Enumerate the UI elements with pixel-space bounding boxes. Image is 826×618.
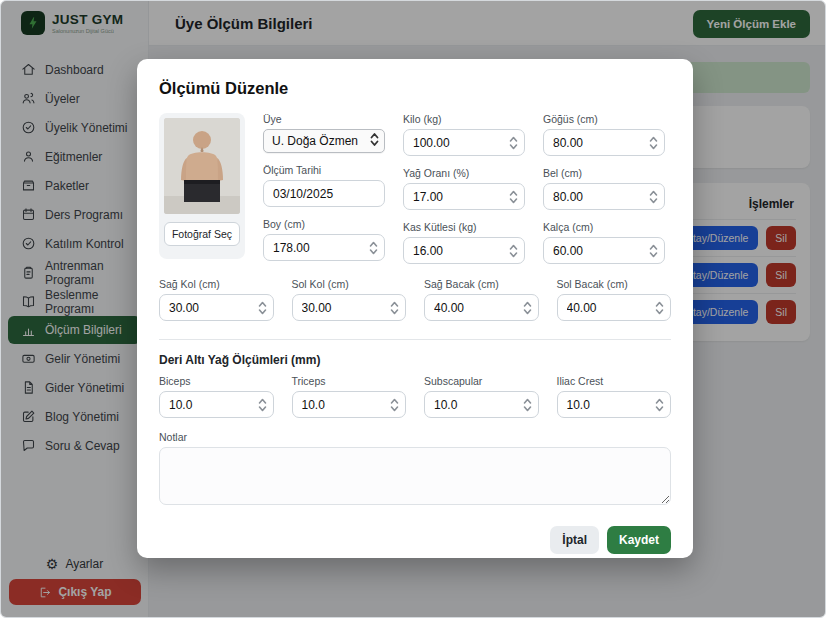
- biceps-skinfold-input[interactable]: [159, 391, 274, 418]
- right-leg-input[interactable]: [424, 294, 539, 321]
- field-label-gogus: Göğüs (cm): [543, 113, 665, 125]
- stepper-icon[interactable]: [523, 397, 532, 412]
- left-arm-input[interactable]: [292, 294, 407, 321]
- member-photo: [164, 118, 240, 214]
- select-arrows-icon: [370, 132, 379, 150]
- save-button[interactable]: Kaydet: [607, 526, 671, 554]
- stepper-icon[interactable]: [509, 243, 518, 258]
- stepper-icon[interactable]: [509, 189, 518, 204]
- photo-panel: Fotoğraf Seç: [159, 113, 245, 259]
- edit-measurement-modal: Ölçümü Düzenle Fotoğraf Seç: [137, 59, 693, 558]
- field-label-kilo: Kilo (kg): [403, 113, 525, 125]
- waist-input[interactable]: [543, 183, 665, 210]
- field-label-sol-bacak: Sol Bacak (cm): [557, 278, 672, 290]
- left-leg-input[interactable]: [557, 294, 672, 321]
- stepper-icon[interactable]: [258, 300, 267, 315]
- notes-label: Notlar: [159, 431, 671, 443]
- member-select[interactable]: U. Doğa Özmen: [263, 129, 385, 153]
- fat-ratio-input[interactable]: [403, 183, 525, 210]
- right-arm-input[interactable]: [159, 294, 274, 321]
- field-label-yag-orani: Yağ Oranı (%): [403, 167, 525, 179]
- app-window: JUST GYM Salonunuzun Dijital Gücü Dashbo…: [0, 0, 826, 618]
- muscle-mass-input[interactable]: [403, 237, 525, 264]
- field-label-olcum-tarihi: Ölçüm Tarihi: [263, 164, 385, 176]
- field-label-kalca: Kalça (cm): [543, 221, 665, 233]
- stepper-icon[interactable]: [258, 397, 267, 412]
- skinfold-section-label: Deri Altı Yağ Ölçümleri (mm): [159, 353, 671, 367]
- notes-textarea[interactable]: [159, 447, 671, 505]
- field-label-uye: Üye: [263, 113, 385, 125]
- stepper-icon[interactable]: [649, 135, 658, 150]
- field-label-triceps: Triceps: [292, 375, 407, 387]
- hip-input[interactable]: [543, 237, 665, 264]
- field-label-sol-kol: Sol Kol (cm): [292, 278, 407, 290]
- cancel-button[interactable]: İptal: [550, 526, 599, 554]
- stepper-icon[interactable]: [655, 300, 664, 315]
- section-divider: [159, 339, 671, 340]
- iliac-crest-skinfold-input[interactable]: [557, 391, 672, 418]
- triceps-skinfold-input[interactable]: [292, 391, 407, 418]
- field-label-kas-kutlesi: Kas Kütlesi (kg): [403, 221, 525, 233]
- field-label-sag-kol: Sağ Kol (cm): [159, 278, 274, 290]
- member-select-value: U. Doğa Özmen: [272, 134, 358, 148]
- field-label-bel: Bel (cm): [543, 167, 665, 179]
- subscapular-skinfold-input[interactable]: [424, 391, 539, 418]
- stepper-icon[interactable]: [509, 135, 518, 150]
- field-label-sag-bacak: Sağ Bacak (cm): [424, 278, 539, 290]
- modal-title: Ölçümü Düzenle: [159, 79, 671, 98]
- field-label-biceps: Biceps: [159, 375, 274, 387]
- field-label-subscapular: Subscapular: [424, 375, 539, 387]
- stepper-icon[interactable]: [390, 300, 399, 315]
- stepper-icon[interactable]: [369, 240, 378, 255]
- stepper-icon[interactable]: [649, 189, 658, 204]
- stepper-icon[interactable]: [649, 243, 658, 258]
- field-label-iliac-crest: Iliac Crest: [557, 375, 672, 387]
- stepper-icon[interactable]: [390, 397, 399, 412]
- stepper-icon[interactable]: [523, 300, 532, 315]
- weight-input[interactable]: [403, 129, 525, 156]
- height-input[interactable]: [263, 234, 385, 261]
- measurement-date-input[interactable]: [263, 180, 385, 207]
- chest-input[interactable]: [543, 129, 665, 156]
- stepper-icon[interactable]: [655, 397, 664, 412]
- field-label-boy: Boy (cm): [263, 218, 385, 230]
- choose-photo-button[interactable]: Fotoğraf Seç: [164, 222, 240, 246]
